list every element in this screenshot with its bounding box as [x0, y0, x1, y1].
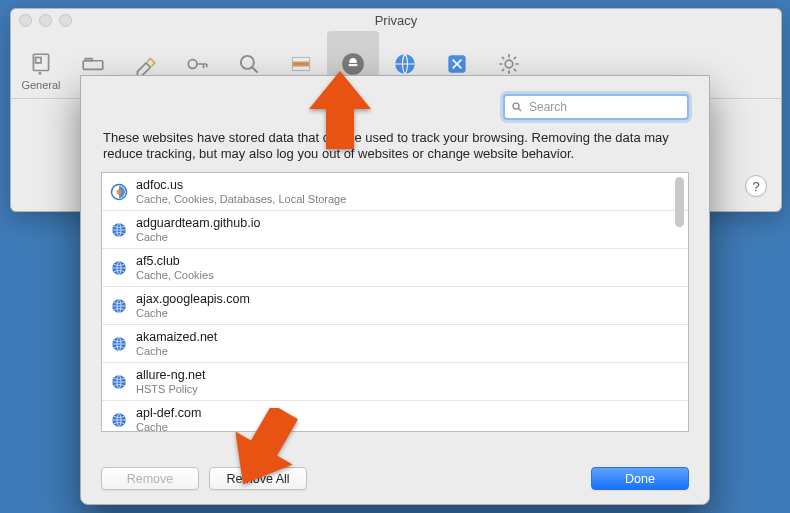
help-button[interactable]: ?: [745, 175, 767, 197]
svg-point-19: [117, 189, 122, 194]
svg-rect-12: [349, 64, 358, 66]
svg-point-16: [513, 103, 519, 109]
autofill-icon: [132, 51, 158, 77]
zoom-window-icon[interactable]: [59, 14, 72, 27]
titlebar: Privacy: [11, 9, 781, 31]
site-favicon-icon: [110, 335, 128, 353]
website-list-row[interactable]: ajax.googleapis.comCache: [102, 287, 688, 325]
site-favicon-icon: [110, 221, 128, 239]
svg-rect-4: [85, 59, 92, 61]
site-favicon-icon: [110, 411, 128, 429]
passwords-icon: [184, 51, 210, 77]
window-controls[interactable]: [19, 14, 72, 27]
svg-point-6: [241, 56, 254, 69]
site-favicon-icon: [110, 373, 128, 391]
svg-line-7: [252, 67, 257, 72]
search-input[interactable]: [527, 99, 681, 115]
search-pref-icon: [236, 51, 262, 77]
svg-point-15: [505, 60, 513, 68]
site-favicon-icon: [110, 297, 128, 315]
site-domain: akamaized.net: [136, 330, 217, 344]
site-favicon-icon: [110, 183, 128, 201]
list-scrollbar[interactable]: [675, 177, 684, 427]
website-data-sheet: These websites have stored data that can…: [80, 75, 710, 505]
svg-rect-10: [292, 66, 309, 70]
remove-button[interactable]: Remove: [101, 467, 199, 490]
website-list-row[interactable]: allure-ng.netHSTS Policy: [102, 363, 688, 401]
website-list-row[interactable]: adfoc.usCache, Cookies, Databases, Local…: [102, 173, 688, 211]
site-data-types: Cache: [136, 344, 217, 358]
svg-rect-9: [292, 58, 309, 62]
security-icon: [288, 51, 314, 77]
websites-icon: [392, 51, 418, 77]
site-data-types: Cache: [136, 306, 250, 320]
close-window-icon[interactable]: [19, 14, 32, 27]
site-domain: allure-ng.net: [136, 368, 206, 382]
advanced-icon: [496, 51, 522, 77]
site-domain: adfoc.us: [136, 178, 346, 192]
minimize-window-icon[interactable]: [39, 14, 52, 27]
site-domain: ajax.googleapis.com: [136, 292, 250, 306]
extensions-icon: [444, 51, 470, 77]
svg-rect-1: [36, 58, 41, 63]
site-data-types: Cache: [136, 420, 201, 433]
scrollbar-thumb[interactable]: [675, 177, 684, 227]
site-data-types: Cache: [136, 230, 260, 244]
general-icon: [28, 51, 54, 77]
sheet-description: These websites have stored data that can…: [103, 130, 687, 162]
website-list-row[interactable]: af5.clubCache, Cookies: [102, 249, 688, 287]
site-domain: af5.club: [136, 254, 214, 268]
svg-point-5: [188, 60, 197, 69]
window-title: Privacy: [375, 13, 418, 28]
remove-all-button[interactable]: Remove All: [209, 467, 307, 490]
website-list-row[interactable]: adguardteam.github.ioCache: [102, 211, 688, 249]
svg-rect-3: [83, 61, 103, 70]
site-data-types: Cache, Cookies, Databases, Local Storage: [136, 192, 346, 206]
toolbar-item-general[interactable]: General: [15, 31, 67, 93]
svg-point-2: [39, 73, 40, 74]
website-list-row[interactable]: akamaized.netCache: [102, 325, 688, 363]
toolbar-item-label: General: [21, 79, 60, 91]
search-field[interactable]: [503, 94, 689, 120]
done-button[interactable]: Done: [591, 467, 689, 490]
svg-rect-8: [292, 62, 309, 66]
search-icon: [511, 101, 523, 113]
website-list-row[interactable]: apl-def.comCache: [102, 401, 688, 432]
website-list[interactable]: adfoc.usCache, Cookies, Databases, Local…: [101, 172, 689, 432]
site-domain: apl-def.com: [136, 406, 201, 420]
help-icon: ?: [752, 179, 759, 194]
svg-line-17: [519, 109, 522, 112]
privacy-icon: [340, 51, 366, 77]
site-data-types: HSTS Policy: [136, 382, 206, 396]
site-data-types: Cache, Cookies: [136, 268, 214, 282]
site-domain: adguardteam.github.io: [136, 216, 260, 230]
site-favicon-icon: [110, 259, 128, 277]
tabs-icon: [80, 51, 106, 77]
